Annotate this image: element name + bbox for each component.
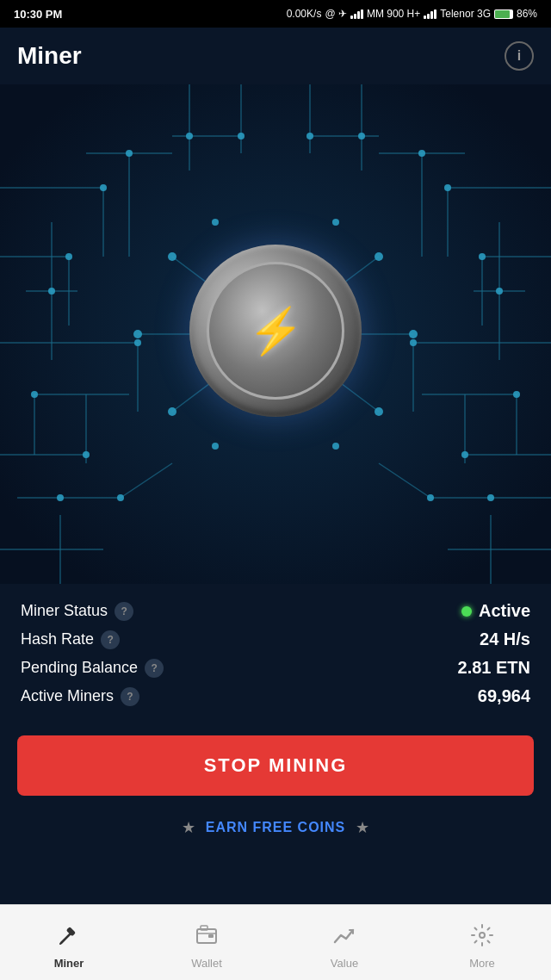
battery-percent: 86%: [517, 8, 537, 20]
hash-rate-help[interactable]: ?: [101, 630, 120, 649]
svg-point-61: [186, 133, 193, 140]
status-time: 10:30 PM: [14, 8, 62, 21]
nav-item-more[interactable]: More: [413, 905, 551, 980]
nav-item-miner[interactable]: Miner: [0, 905, 138, 980]
pending-balance-row: Pending Balance ? 2.81 ETN: [21, 658, 530, 678]
signal-bars-2: [424, 9, 436, 19]
bottom-nav: Miner Wallet Value More: [0, 904, 551, 980]
info-button[interactable]: i: [505, 41, 534, 71]
value-nav-label: Value: [331, 957, 358, 970]
svg-point-64: [358, 133, 365, 140]
svg-point-71: [168, 252, 176, 261]
status-icons: @ ✈: [325, 8, 347, 20]
header: Miner i: [0, 28, 551, 84]
svg-point-45: [48, 288, 55, 295]
active-miners-value: 69,964: [478, 686, 530, 706]
svg-point-55: [418, 150, 425, 157]
miner-status-label: Miner Status ?: [21, 602, 133, 621]
miner-nav-icon: [57, 923, 81, 953]
svg-point-52: [444, 184, 451, 191]
hash-rate-row: Hash Rate ? 24 H/s: [21, 630, 530, 649]
hero-section: ⚡: [0, 84, 551, 584]
svg-point-80: [332, 443, 339, 450]
pending-balance-help[interactable]: ?: [145, 659, 164, 678]
svg-point-53: [479, 253, 486, 260]
svg-point-50: [57, 494, 64, 501]
svg-rect-82: [66, 927, 76, 936]
svg-point-58: [410, 339, 417, 346]
nav-item-wallet[interactable]: Wallet: [138, 905, 276, 980]
wallet-nav-icon: [195, 923, 219, 953]
svg-point-56: [513, 391, 520, 398]
pending-balance-value: 2.81 ETN: [458, 658, 530, 678]
more-nav-icon: [470, 923, 494, 953]
svg-point-57: [461, 451, 468, 458]
earn-section: ★ EARN FREE COINS ★: [0, 809, 551, 854]
svg-point-79: [212, 443, 219, 450]
svg-point-46: [126, 150, 133, 157]
hash-rate-label: Hash Rate ?: [21, 630, 120, 649]
svg-rect-85: [208, 934, 214, 938]
miner-status-row: Miner Status ? Active: [21, 601, 530, 621]
pending-balance-label: Pending Balance ?: [21, 659, 164, 678]
signal-bars-1: [350, 9, 363, 19]
svg-point-74: [409, 330, 418, 338]
star-icon-left: ★: [182, 818, 195, 837]
active-miners-label: Active Miners ?: [21, 687, 139, 706]
action-section: STOP MINING: [0, 729, 551, 809]
svg-point-78: [332, 219, 339, 226]
svg-point-51: [117, 494, 124, 501]
active-indicator: [461, 606, 472, 617]
svg-point-72: [375, 252, 383, 261]
active-miners-help[interactable]: ?: [121, 687, 139, 706]
status-right: 0.00K/s @ ✈ MM 900 H+ Telenor 3G 86%: [287, 8, 537, 20]
svg-point-48: [83, 451, 90, 458]
page-title: Miner: [17, 42, 82, 70]
nav-item-value[interactable]: Value: [276, 905, 413, 980]
network-speed: 0.00K/s: [287, 8, 322, 20]
svg-point-44: [65, 253, 72, 260]
svg-point-54: [496, 288, 503, 295]
svg-point-76: [375, 407, 383, 416]
carrier2: Telenor 3G: [440, 8, 491, 20]
miner-nav-label: Miner: [54, 957, 84, 970]
lightning-icon: ⚡: [248, 308, 304, 353]
value-nav-icon: [332, 923, 356, 953]
svg-point-59: [487, 494, 494, 501]
more-nav-label: More: [469, 957, 495, 970]
carrier1: MM 900 H+: [367, 8, 420, 20]
svg-point-75: [168, 407, 176, 416]
battery-icon: [494, 9, 513, 19]
svg-point-43: [100, 184, 107, 191]
stop-mining-button[interactable]: STOP MINING: [17, 735, 534, 796]
svg-point-63: [306, 133, 313, 140]
svg-point-60: [427, 494, 434, 501]
svg-point-47: [31, 391, 38, 398]
svg-point-77: [212, 219, 219, 226]
hash-rate-value: 24 H/s: [480, 630, 530, 649]
star-icon-right: ★: [356, 818, 369, 837]
miner-status-help[interactable]: ?: [115, 602, 133, 621]
svg-rect-87: [201, 926, 207, 930]
earn-free-coins-link[interactable]: EARN FREE COINS: [206, 820, 346, 835]
svg-point-62: [238, 133, 245, 140]
stats-section: Miner Status ? Active Hash Rate ? 24 H/s…: [0, 584, 551, 729]
wallet-nav-label: Wallet: [191, 957, 222, 970]
status-bar: 10:30 PM 0.00K/s @ ✈ MM 900 H+ Telenor 3…: [0, 0, 551, 28]
svg-point-49: [134, 339, 141, 346]
miner-status-value: Active: [461, 601, 530, 621]
active-miners-row: Active Miners ? 69,964: [21, 686, 530, 706]
svg-point-88: [480, 933, 485, 938]
electroneum-coin: ⚡: [189, 245, 362, 417]
svg-point-73: [133, 330, 142, 338]
